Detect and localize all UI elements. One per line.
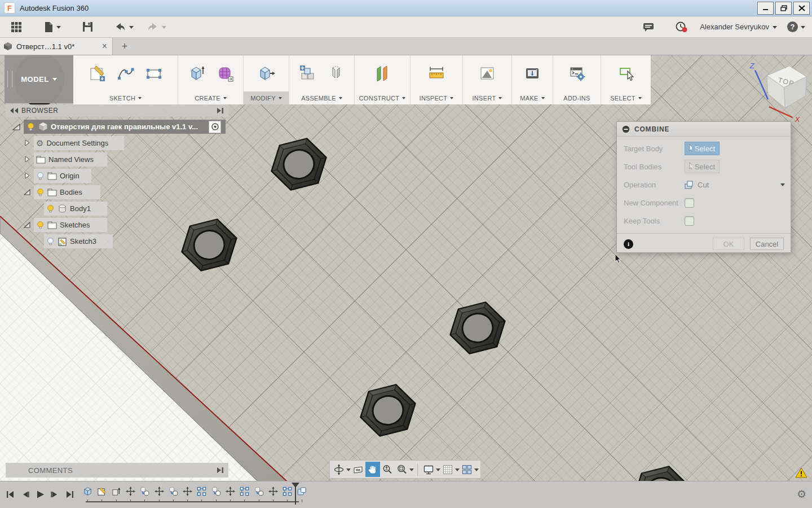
visibility-bulb-on-icon[interactable] — [26, 122, 36, 132]
addins-menu[interactable]: ADD-INS — [553, 91, 601, 104]
zoom-tool[interactable] — [380, 462, 395, 477]
job-status-clock-button[interactable] — [673, 19, 691, 35]
operation-dropdown-caret[interactable] — [780, 183, 785, 189]
timeline-go-to-end-button[interactable] — [63, 488, 76, 501]
new-component-checkbox[interactable] — [685, 198, 694, 208]
timeline-feature-move[interactable] — [182, 486, 193, 497]
browser-row-body1[interactable]: Body1 — [44, 202, 107, 216]
undo-button[interactable] — [112, 19, 136, 35]
timeline-feature-copy[interactable] — [211, 486, 222, 497]
timeline-feature-move[interactable] — [125, 486, 136, 497]
browser-row-root[interactable]: Отверстия для гаек правильные v1.1 v... — [24, 120, 226, 134]
insert-menu[interactable]: INSERT — [463, 91, 511, 104]
timeline-go-to-start-button[interactable] — [5, 488, 17, 501]
timeline-feature-pattern[interactable] — [282, 486, 293, 497]
rectangle-button[interactable] — [144, 63, 164, 84]
hex-nut-body[interactable] — [355, 381, 421, 439]
spline-button[interactable] — [116, 63, 136, 84]
hex-nut-body[interactable] — [445, 299, 511, 357]
hex-nut-body[interactable] — [266, 135, 332, 193]
orbit-menu-caret[interactable] — [346, 468, 351, 474]
activate-component-radio[interactable] — [209, 121, 221, 133]
warning-icon[interactable] — [795, 467, 807, 478]
browser-row-origin[interactable]: Origin — [34, 169, 91, 183]
browser-row-bodies[interactable]: Bodies — [34, 185, 100, 199]
orbit-tool[interactable] — [332, 462, 346, 477]
tab-close-button[interactable]: × — [100, 42, 109, 51]
fit-tool[interactable] — [395, 462, 409, 477]
ok-button[interactable]: OK — [713, 238, 744, 250]
comments-bar[interactable]: COMMENTS — [6, 463, 228, 478]
panel-flyout-icon[interactable] — [216, 107, 225, 115]
minimize-button[interactable] — [757, 2, 774, 15]
construct-menu[interactable]: CONSTRUCT — [355, 91, 410, 104]
new-component-button[interactable] — [298, 63, 318, 84]
extrude-button[interactable] — [187, 63, 207, 84]
scripts-addins-button[interactable] — [567, 63, 587, 84]
expand-toggle[interactable] — [23, 171, 32, 180]
redo-button[interactable] — [144, 19, 169, 35]
timeline-feature-pattern[interactable] — [196, 486, 208, 497]
timeline-step-back-button[interactable] — [19, 488, 32, 501]
help-menu-caret[interactable] — [801, 26, 805, 31]
active-document-tab[interactable]: Отверст…1.1 v0* × — [0, 38, 113, 55]
visibility-bulb-off-icon[interactable] — [46, 237, 55, 246]
timeline-feature-move[interactable] — [225, 486, 236, 497]
timeline-feature-sketch[interactable] — [96, 486, 108, 497]
timeline-settings-gear-icon[interactable]: ⚙ — [797, 488, 806, 501]
visibility-bulb-on-icon[interactable] — [36, 188, 45, 197]
collapse-toggle[interactable] — [23, 187, 32, 196]
viewports[interactable] — [460, 462, 474, 477]
expand-toggle[interactable] — [23, 155, 32, 164]
visibility-bulb-on-icon[interactable] — [36, 221, 45, 230]
hex-nut-body[interactable] — [807, 305, 812, 363]
pan-tool[interactable] — [365, 462, 380, 477]
timeline-feature-pattern[interactable] — [239, 486, 250, 497]
hex-nut-body[interactable] — [176, 216, 242, 274]
look-at-tool[interactable] — [351, 462, 365, 477]
panel-flyout-icon[interactable] — [216, 466, 225, 474]
app-grid-menu-button[interactable] — [8, 19, 25, 35]
job-status-comment-button[interactable] — [640, 19, 657, 35]
timeline-feature-move[interactable] — [268, 486, 279, 497]
close-button[interactable] — [793, 2, 810, 15]
info-icon[interactable]: i — [624, 239, 633, 249]
construct-plane-button[interactable] — [372, 63, 392, 84]
visibility-bulb-on-icon[interactable] — [46, 204, 55, 213]
timeline-feature-move[interactable] — [154, 486, 165, 497]
restore-button[interactable] — [775, 2, 792, 15]
fit-menu-caret[interactable] — [409, 468, 414, 474]
collapse-dialog-icon[interactable] — [622, 125, 630, 133]
modify-menu[interactable]: MODIFY — [244, 91, 289, 104]
help-button[interactable]: ? — [787, 21, 798, 32]
expand-toggle[interactable] — [11, 122, 21, 132]
browser-row-named-views[interactable]: Named Views — [34, 152, 107, 167]
tool-bodies-select-button[interactable]: Select — [685, 160, 720, 173]
timeline-play-button[interactable] — [34, 488, 46, 501]
expand-toggle[interactable] — [23, 138, 32, 147]
view-cube[interactable]: Z TOP X — [749, 62, 807, 124]
file-menu-button[interactable] — [41, 19, 64, 35]
viewports-menu-caret[interactable] — [474, 468, 479, 474]
target-body-select-button[interactable]: Select — [685, 142, 720, 155]
display-menu-caret[interactable] — [436, 468, 440, 474]
browser-row-document-settings[interactable]: ⚙ Document Settings — [34, 136, 124, 150]
browser-panel-header[interactable]: BROWSER — [6, 104, 228, 117]
new-tab-button[interactable]: + — [118, 40, 131, 52]
timeline-playhead-handle[interactable] — [292, 483, 299, 488]
browser-row-sketches[interactable]: Sketches — [34, 218, 107, 232]
grid-menu-caret[interactable] — [455, 468, 460, 474]
visibility-bulb-off-icon[interactable] — [36, 172, 45, 181]
cancel-button[interactable]: Cancel — [750, 238, 784, 250]
operation-value[interactable]: Cut — [685, 180, 709, 189]
keep-tools-checkbox[interactable] — [685, 216, 694, 226]
joint-button[interactable] — [326, 63, 346, 84]
user-menu[interactable]: Alexander Sevryukov — [700, 23, 769, 31]
sketch-menu[interactable]: SKETCH — [73, 91, 178, 104]
create-sketch-button[interactable] — [87, 63, 108, 84]
timeline-feature-copy[interactable] — [139, 486, 151, 497]
timeline-feature-combine[interactable] — [297, 486, 308, 497]
inspect-menu[interactable]: INSPECT — [411, 91, 462, 104]
combine-dialog-header[interactable]: COMBINE — [617, 122, 791, 137]
press-pull-button[interactable] — [256, 63, 276, 84]
